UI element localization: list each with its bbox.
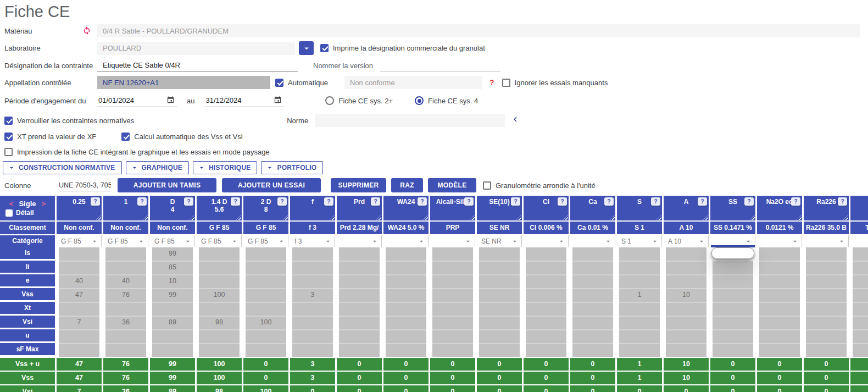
value-cell[interactable] (105, 329, 146, 343)
column-resize-handle[interactable] (656, 215, 661, 220)
appellation-input[interactable]: NF EN 12620+A1 (97, 76, 270, 89)
value-cell[interactable] (619, 302, 660, 316)
column-resize-handle[interactable] (750, 215, 755, 220)
column-help-button[interactable]: ? (838, 197, 847, 206)
value-cell[interactable] (339, 329, 380, 343)
value-cell[interactable] (292, 274, 333, 288)
value-cell[interactable] (246, 274, 286, 288)
column-resize-handle[interactable] (143, 215, 148, 220)
value-cell[interactable] (292, 302, 333, 316)
value-cell[interactable] (853, 261, 868, 274)
value-cell[interactable] (246, 288, 286, 302)
column-header-WA24[interactable]: WA24? (383, 196, 429, 220)
column-header-1.4 D[interactable]: 1.4 D5.6? (197, 196, 242, 220)
focused-value-cell[interactable] (711, 247, 754, 259)
value-cell[interactable] (339, 274, 380, 288)
column-resize-handle[interactable] (797, 215, 802, 220)
laboratoire-input[interactable]: POULLARD (97, 42, 295, 55)
value-cell[interactable] (572, 329, 613, 343)
column-header-Ra226[interactable]: Ra226? (804, 196, 849, 220)
raz-button[interactable]: RAZ (391, 178, 423, 192)
column-resize-handle[interactable] (283, 215, 288, 220)
fiche-sys4-radio[interactable] (415, 96, 424, 105)
value-cell[interactable] (713, 274, 753, 288)
value-cell[interactable]: 100 (199, 288, 240, 302)
value-cell[interactable] (199, 302, 240, 316)
value-cell[interactable] (479, 329, 520, 343)
fiche-sys2-radio[interactable] (325, 96, 334, 105)
column-header-D[interactable]: D4? (150, 196, 195, 220)
value-cell[interactable] (713, 302, 753, 316)
value-cell[interactable] (759, 329, 800, 343)
column-header-Alcali-Silic[interactable]: Alcali-Silic? (430, 196, 475, 220)
categorie-select[interactable]: G F 85 (150, 235, 195, 247)
nommer-version-input[interactable] (380, 59, 500, 71)
value-cell[interactable] (59, 302, 99, 316)
value-cell[interactable] (713, 329, 753, 343)
value-cell[interactable]: 1 (619, 288, 660, 302)
value-cell[interactable] (806, 288, 847, 302)
value-cell[interactable] (806, 274, 847, 288)
column-help-button[interactable]: ? (418, 197, 427, 206)
chevron-left-icon[interactable] (510, 114, 520, 126)
value-cell[interactable] (432, 288, 473, 302)
value-cell[interactable] (572, 288, 613, 302)
value-cell[interactable] (152, 329, 193, 343)
value-cell[interactable] (572, 261, 613, 274)
materiau-input[interactable]: 0/4 R Sable - POULLARD/GRANUDEM (97, 24, 860, 37)
value-cell[interactable]: 36 (105, 316, 146, 329)
categorie-select[interactable]: G F 85 (243, 235, 288, 247)
tab-portfolio[interactable]: PORTFOLIO (261, 161, 323, 174)
refresh-icon[interactable] (82, 25, 92, 35)
value-cell[interactable] (619, 274, 660, 288)
value-cell[interactable] (619, 247, 660, 261)
categorie-select[interactable] (850, 235, 868, 247)
sigle-prev-button[interactable]: < (9, 200, 14, 208)
value-cell[interactable] (432, 261, 473, 274)
column-resize-handle[interactable] (96, 215, 101, 220)
tab-construction-normative[interactable]: CONSTRUCTION NORMATIVE (3, 161, 122, 174)
value-cell[interactable] (759, 302, 800, 316)
column-resize-handle[interactable] (236, 215, 241, 220)
tab-historique[interactable]: HISTORIQUE (193, 161, 257, 174)
column-header-S[interactable]: S? (617, 196, 662, 220)
value-cell[interactable] (759, 316, 800, 329)
ignorer-essais-checkbox[interactable] (502, 79, 510, 87)
column-resize-handle[interactable] (423, 215, 428, 220)
column-header-Na2O eq[interactable]: Na2O eq? (757, 196, 802, 220)
value-cell[interactable]: 76 (105, 288, 146, 302)
column-resize-handle[interactable] (610, 215, 615, 220)
column-help-button[interactable]: ? (791, 197, 800, 206)
value-cell[interactable] (59, 247, 99, 261)
value-cell[interactable] (619, 316, 660, 329)
value-cell[interactable] (199, 247, 240, 261)
designation-input[interactable]: Etiquette CE Sable 0/4R (97, 59, 298, 72)
value-cell[interactable] (526, 316, 566, 329)
value-cell[interactable] (806, 316, 847, 329)
value-cell[interactable] (759, 343, 800, 357)
value-cell[interactable] (853, 302, 868, 316)
value-cell[interactable] (572, 343, 613, 357)
value-cell[interactable] (432, 247, 473, 261)
column-resize-handle[interactable] (563, 215, 568, 220)
xt-checkbox[interactable] (4, 132, 13, 141)
categorie-select[interactable] (757, 235, 802, 247)
value-cell[interactable] (432, 343, 473, 357)
value-cell[interactable] (59, 261, 99, 274)
column-help-button[interactable]: ? (324, 197, 333, 206)
value-cell[interactable]: 85 (152, 261, 193, 274)
value-cell[interactable] (759, 247, 800, 261)
column-header-A[interactable]: A? (664, 196, 709, 220)
column-help-button[interactable]: ? (558, 197, 567, 206)
value-cell[interactable] (526, 329, 566, 343)
value-cell[interactable] (432, 316, 473, 329)
value-cell[interactable]: 10 (152, 274, 193, 288)
value-cell[interactable] (526, 274, 566, 288)
value-cell[interactable]: 7 (59, 316, 99, 329)
column-header-1[interactable]: 1? (103, 196, 148, 220)
value-cell[interactable] (806, 343, 847, 357)
value-cell[interactable] (619, 329, 660, 343)
value-cell[interactable] (152, 343, 193, 357)
categorie-select[interactable]: SE NR (477, 235, 522, 247)
value-cell[interactable] (432, 274, 473, 288)
